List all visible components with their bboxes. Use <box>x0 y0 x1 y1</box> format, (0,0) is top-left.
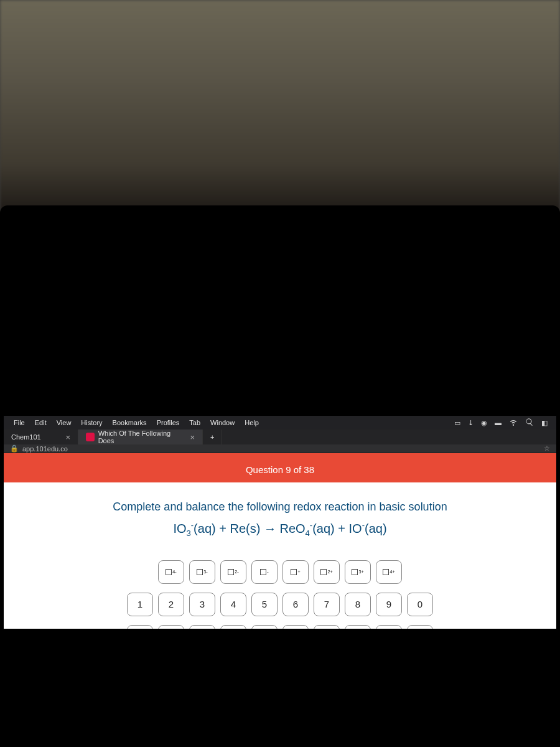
key-8[interactable]: 8 <box>345 593 371 616</box>
tab-which-of-following[interactable]: Which Of The Following Does × <box>78 430 203 444</box>
key-6[interactable]: 6 <box>282 593 309 616</box>
key-3[interactable]: 3 <box>189 593 215 616</box>
tab-label: Which Of The Following Does <box>98 430 187 444</box>
key-charge-4plus[interactable]: 4+ <box>376 560 402 584</box>
key-charge-2minus[interactable]: 2- <box>220 560 246 584</box>
search-icon[interactable] <box>525 418 534 428</box>
key-sub-2[interactable]: 2 <box>158 625 184 629</box>
favicon-icon <box>86 433 95 441</box>
question-counter: Question 9 of 38 <box>4 458 556 482</box>
key-sub-8[interactable]: 8 <box>345 625 371 629</box>
key-charge-3plus[interactable]: 3+ <box>345 560 371 584</box>
row-digits: 1 2 3 4 5 6 7 8 9 0 <box>127 593 433 616</box>
key-5[interactable]: 5 <box>251 593 278 616</box>
menu-profiles[interactable]: Profiles <box>152 419 185 426</box>
key-sub-3[interactable]: 3 <box>189 625 215 629</box>
key-7[interactable]: 7 <box>314 593 340 616</box>
key-charge-plus[interactable]: + <box>282 560 309 584</box>
bookmark-star-icon[interactable]: ☆ <box>544 444 550 453</box>
row-charges: 4- 3- 2- - + 2+ 3+ 4+ <box>158 560 402 584</box>
key-sub-5[interactable]: 5 <box>251 625 278 629</box>
key-charge-4minus[interactable]: 4- <box>158 560 184 584</box>
key-sub-7[interactable]: 7 <box>314 625 340 629</box>
question-body: Complete and balance the following redox… <box>4 482 556 629</box>
equation-keypad: 4- 3- 2- - + 2+ 3+ 4+ 1 2 3 4 <box>127 560 433 629</box>
menu-history[interactable]: History <box>76 419 107 426</box>
address-bar[interactable]: 🔒 app.101edu.co ☆ <box>4 444 556 453</box>
control-center-icon[interactable]: ◧ <box>541 419 548 427</box>
browser-window: Chem101 × Which Of The Following Does × … <box>4 430 556 629</box>
key-sub-9[interactable]: 9 <box>376 625 402 629</box>
new-tab-button[interactable]: + <box>203 430 222 444</box>
laptop-frame: File Edit View History Bookmarks Profile… <box>0 205 560 747</box>
wifi-icon[interactable] <box>509 418 518 428</box>
row-subscripts: 1 2 3 4 5 6 7 8 9 0 <box>127 625 433 629</box>
menu-tab[interactable]: Tab <box>184 419 205 426</box>
close-icon[interactable]: × <box>190 433 195 442</box>
key-9[interactable]: 9 <box>376 593 402 616</box>
tab-chem101[interactable]: Chem101 × <box>4 430 78 444</box>
menu-help[interactable]: Help <box>240 419 264 426</box>
menu-edit[interactable]: Edit <box>30 419 52 426</box>
menu-view[interactable]: View <box>52 419 77 426</box>
record-icon[interactable]: ◉ <box>481 419 487 427</box>
screen-mirroring-icon[interactable]: ▭ <box>454 419 460 427</box>
menu-window[interactable]: Window <box>205 419 240 426</box>
key-sub-4[interactable]: 4 <box>220 625 246 629</box>
key-sub-0[interactable]: 0 <box>407 625 433 629</box>
close-icon[interactable]: × <box>65 433 70 442</box>
tab-label: Chem101 <box>11 433 41 441</box>
menu-file[interactable]: File <box>9 419 30 426</box>
key-4[interactable]: 4 <box>220 593 246 616</box>
menu-bookmarks[interactable]: Bookmarks <box>108 419 152 426</box>
download-icon[interactable]: ⤓ <box>468 419 474 427</box>
question-prompt: Complete and balance the following redox… <box>113 499 447 515</box>
key-charge-2plus[interactable]: 2+ <box>314 560 340 584</box>
page-content: Question 9 of 38 Complete and balance th… <box>4 453 556 629</box>
key-charge-3minus[interactable]: 3- <box>189 560 215 584</box>
key-sub-1[interactable]: 1 <box>127 625 153 629</box>
battery-icon[interactable]: ▬ <box>495 419 502 426</box>
macos-menubar: File Edit View History Bookmarks Profile… <box>4 416 556 430</box>
key-1[interactable]: 1 <box>127 593 153 616</box>
lock-icon: 🔒 <box>10 444 19 453</box>
url-text: app.101edu.co <box>22 445 68 453</box>
key-2[interactable]: 2 <box>158 593 184 616</box>
tab-strip: Chem101 × Which Of The Following Does × … <box>4 430 556 444</box>
key-charge-minus[interactable]: - <box>251 560 278 584</box>
reaction-equation: IO3-(aq) + Re(s) → ReO4-(aq) + IO-(aq) <box>173 520 386 538</box>
key-0[interactable]: 0 <box>407 593 433 616</box>
key-sub-6[interactable]: 6 <box>282 625 309 629</box>
